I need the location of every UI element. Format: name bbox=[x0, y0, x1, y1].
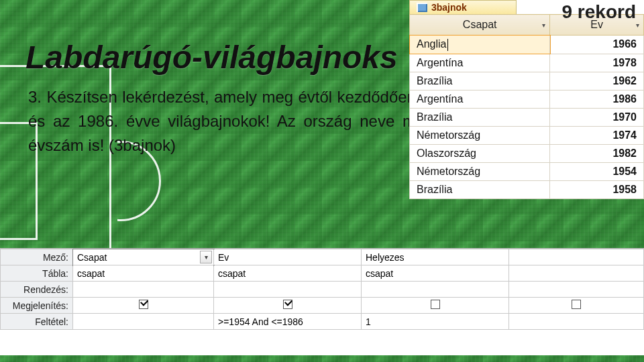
table-row[interactable]: Németország1974 bbox=[410, 126, 644, 144]
cell-csapat[interactable]: Németország bbox=[410, 162, 550, 180]
cell-ev[interactable]: 1982 bbox=[550, 144, 644, 162]
design-cell-empty[interactable] bbox=[509, 265, 644, 282]
cell-ev[interactable]: 1958 bbox=[550, 180, 644, 198]
cell-csapat[interactable]: Argentína bbox=[410, 90, 550, 108]
design-cell[interactable]: Ev bbox=[214, 249, 362, 265]
filter-dropdown-icon[interactable]: ▾ bbox=[542, 21, 545, 29]
table-row[interactable]: Anglia1966 bbox=[410, 36, 644, 54]
query-tab-label: 3bajnok bbox=[431, 2, 467, 13]
cell-csapat[interactable]: Brazília bbox=[410, 72, 550, 90]
design-cell[interactable]: csapat bbox=[362, 265, 509, 282]
design-cell[interactable]: csapat bbox=[73, 265, 214, 282]
query-tab[interactable]: 3bajnok bbox=[409, 0, 517, 14]
design-cell[interactable]: csapat bbox=[214, 265, 362, 282]
design-cell-empty[interactable] bbox=[509, 282, 644, 298]
design-cell[interactable] bbox=[362, 282, 509, 298]
design-cell[interactable]: 1 bbox=[362, 314, 509, 330]
col-header-label: Csapat bbox=[463, 19, 497, 30]
cell-ev[interactable]: 1970 bbox=[550, 108, 644, 126]
design-row-label: Rendezés: bbox=[1, 282, 73, 298]
cell-csapat[interactable]: Brazília bbox=[410, 108, 550, 126]
design-cell[interactable] bbox=[214, 298, 362, 314]
cell-ev[interactable]: 1962 bbox=[550, 72, 644, 90]
show-checkbox[interactable] bbox=[431, 300, 440, 309]
design-cell-empty[interactable] bbox=[509, 249, 644, 265]
cell-csapat[interactable]: Olaszország bbox=[410, 144, 550, 162]
show-checkbox[interactable] bbox=[572, 300, 581, 309]
design-cell[interactable] bbox=[73, 314, 214, 330]
datasheet-icon bbox=[417, 3, 427, 12]
design-row-label: Feltétel: bbox=[1, 314, 73, 330]
design-row-label: Mező: bbox=[1, 249, 73, 265]
table-row[interactable]: Olaszország1982 bbox=[410, 144, 644, 162]
cell-ev[interactable]: 1986 bbox=[550, 90, 644, 108]
page-title: Labdarúgó-világbajnoks bbox=[25, 39, 416, 76]
field-combo-button[interactable]: ▾ bbox=[200, 251, 212, 263]
design-cell[interactable] bbox=[73, 298, 214, 314]
design-row-label: Tábla: bbox=[1, 265, 73, 282]
design-cell[interactable]: Csapat▾ bbox=[73, 249, 214, 265]
task-text: 3. Készítsen lekérdezést, amely meg évtő… bbox=[25, 85, 416, 158]
table-row[interactable]: Németország1954 bbox=[410, 162, 644, 180]
table-row[interactable]: Brazília1970 bbox=[410, 108, 644, 126]
result-datasheet: 3bajnok Csapat ▾ Ev ▾ Anglia1966Argentín… bbox=[409, 0, 644, 199]
cell-csapat[interactable]: Németország bbox=[410, 126, 550, 144]
col-header-csapat[interactable]: Csapat ▾ bbox=[410, 15, 550, 36]
cell-ev[interactable]: 1974 bbox=[550, 126, 644, 144]
table-row[interactable]: Brazília1962 bbox=[410, 72, 644, 90]
text-cursor bbox=[447, 39, 448, 51]
design-cell[interactable]: Helyezes bbox=[362, 249, 509, 265]
show-checkbox[interactable] bbox=[283, 300, 292, 309]
cell-ev[interactable]: 1966 bbox=[550, 36, 644, 54]
query-design-grid: Mező:Csapat▾EvHelyezesTábla:csapatcsapat… bbox=[0, 248, 644, 355]
cell-ev[interactable]: 1954 bbox=[550, 162, 644, 180]
design-cell[interactable] bbox=[362, 298, 509, 314]
design-row-label: Megjelenítés: bbox=[1, 298, 73, 314]
cell-csapat[interactable]: Brazília bbox=[410, 180, 550, 198]
design-cell[interactable]: >=1954 And <=1986 bbox=[214, 314, 362, 330]
design-cell-empty[interactable] bbox=[509, 314, 644, 330]
slide-content: Labdarúgó-világbajnoks 3. Készítsen leké… bbox=[25, 39, 416, 158]
design-cell[interactable] bbox=[214, 282, 362, 298]
record-count: 9 rekord bbox=[562, 1, 637, 23]
design-cell[interactable] bbox=[73, 282, 214, 298]
table-row[interactable]: Argentína1978 bbox=[410, 54, 644, 72]
table-row[interactable]: Argentína1986 bbox=[410, 90, 644, 108]
cell-ev[interactable]: 1978 bbox=[550, 54, 644, 72]
cell-csapat[interactable]: Argentína bbox=[410, 54, 550, 72]
design-cell-empty[interactable] bbox=[509, 298, 644, 314]
show-checkbox[interactable] bbox=[139, 300, 148, 309]
filter-dropdown-icon[interactable]: ▾ bbox=[636, 21, 639, 29]
cell-csapat[interactable]: Anglia bbox=[410, 36, 550, 54]
table-row[interactable]: Brazília1958 bbox=[410, 180, 644, 198]
